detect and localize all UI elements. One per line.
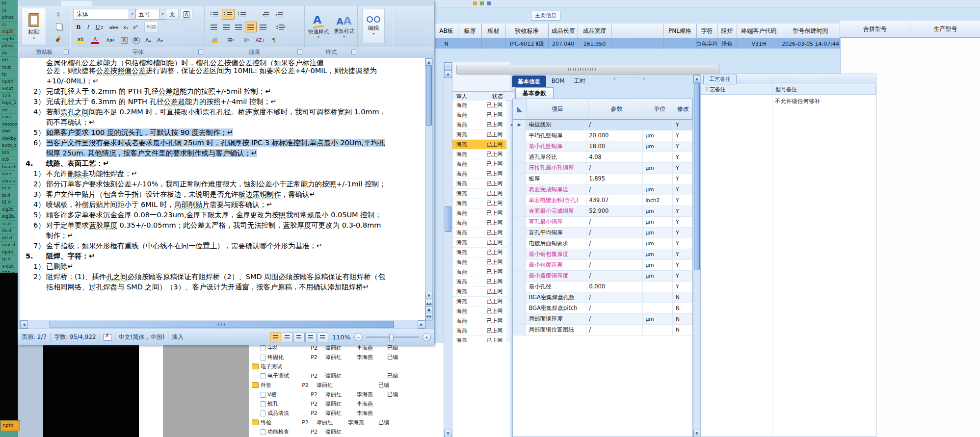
cam-layer-item[interactable]: rout [0,64,18,72]
review-row[interactable]: 海燕 已上网 [452,199,506,208]
underline-button[interactable]: U▾ [92,22,106,32]
italic-button[interactable]: I [83,22,92,32]
param-value[interactable]: 1.895 [586,174,643,184]
review-row[interactable]: 海燕 已上网 [452,140,506,150]
param-row[interactable]: 最小盖覆铜厚度 / μm Y [513,271,692,282]
row-selector[interactable] [513,314,526,324]
enclose-characters-button[interactable]: 字 [131,34,141,46]
row-selector[interactable] [513,141,526,152]
document-line[interactable]: 5.阻焊、字符：↵ [20,251,425,261]
model-info-column[interactable]: 终端客户代码 V31H [737,24,781,49]
process-tree-row[interactable]: 功能检查 P2 谭丽红 [249,427,444,437]
row-selector[interactable] [513,292,526,303]
notes-col-process[interactable]: 工艺备注 [701,84,772,95]
model-info-column[interactable]: AB板 N [435,24,458,49]
change-styles-button[interactable]: AA 更改样式 ▾ [332,8,356,45]
sort-button[interactable]: AZ↓ [254,34,267,46]
review-row[interactable]: 海燕 已上网 [452,218,506,228]
cell-value[interactable]: N [435,39,458,49]
dialog-launcher-icon[interactable] [64,50,69,54]
scroll-right-icon[interactable]: ▶ [418,320,425,329]
scroll-left-icon[interactable]: ◀ [20,320,28,329]
model-info-column[interactable]: 板厚 [458,24,482,49]
cam-layer-item[interactable]: d.b [0,156,18,164]
param-value[interactable]: / [586,120,643,130]
document-area[interactable]: 金属化槽孔公差超能力（包括槽和槽间距）时，槽孔公差按偏公差控制（如果客户标注偏 … [20,58,425,320]
param-value[interactable]: / [586,260,643,270]
cam-layer-item[interactable]: npdrl [0,78,18,86]
mid-scrollbar[interactable]: ⊡ ▲ ▼ [444,62,452,437]
format-painter-button[interactable] [48,33,69,44]
row-selector[interactable] [513,228,526,238]
cell-value[interactable]: IPC-6012 Ⅱ级 [505,39,549,49]
row-selector[interactable] [513,130,526,141]
zoom-level[interactable]: 110% [332,334,350,341]
row-selector[interactable] [513,184,526,195]
document-line[interactable]: 公差，则快捷将公差按照偏公差进行调整，保证公差区间为 10MIL: 如要求公差+… [20,66,425,76]
select-browse-icon[interactable]: ● [425,307,432,313]
row-selector[interactable] [513,325,526,335]
cam-layer-item[interactable]: dwkby [0,135,18,143]
highlight-color-button[interactable]: ab [74,34,87,46]
cam-layer-item[interactable]: sig2t. [0,206,18,214]
document-line[interactable]: 4）若邮票孔之间间距不足 0.2MM 时，可直接改小邮票孔孔径。桥连宽度不够时，… [20,107,425,117]
review-row[interactable]: 海燕 已上网 [452,130,506,140]
param-value[interactable]: / [586,292,643,303]
cell-value[interactable]: 白色字符 [697,39,717,49]
model-info-column[interactable]: 验收标准 IPC-6012 Ⅱ级 [505,24,549,49]
cam-layer-item[interactable]: ds [0,50,18,57]
review-row[interactable]: 海燕 已上网 [452,228,506,238]
spellcheck-icon[interactable]: ✗ [104,334,111,341]
cam-layer-item[interactable]: tp.d [0,256,18,263]
bold-button[interactable]: B [74,22,83,32]
scroll-thumb[interactable] [445,206,451,232]
review-row[interactable]: 海燕 已上网 [452,110,506,120]
param-value[interactable]: / [586,217,643,227]
shrink-font-button[interactable]: A▼ [154,34,166,46]
review-header-status[interactable]: 状态 [488,91,514,101]
row-selector[interactable] [513,271,526,281]
param-row[interactable]: 最小孔壁铜厚 18.00 μm Y [513,141,692,152]
process-tree-row[interactable]: 成品清洗 P2 谭丽红 李海燕 [249,409,444,418]
model-info-column[interactable]: 阻焊 绿色 [717,24,737,49]
process-tree-row[interactable]: 终固化 P2 谭丽红 李海燕 已编 [249,353,444,362]
param-row[interactable]: 局部面铜厚度 / μm N [513,314,692,325]
scroll-down-icon[interactable]: ▼ [693,430,700,437]
clear-formatting-button[interactable]: A⌫ [144,22,158,32]
notes-col-model[interactable]: 型号备注 [772,84,876,95]
numbered-list-button[interactable] [222,9,235,20]
param-row[interactable]: 最小孔径 0.000 Y [513,282,692,292]
cam-layer-item[interactable]: logo_1 [0,100,18,107]
tab-workhours[interactable]: 工时 [570,77,589,85]
process-tree-row[interactable]: 电子测试 P2 谭丽红 已编 [249,371,444,381]
distribute-button[interactable] [257,22,269,32]
param-row[interactable]: 表面最小完成铜厚 52.900 μm Y [513,206,692,217]
param-value[interactable]: 20.000 [586,130,643,141]
align-center-button[interactable] [220,22,232,32]
param-value[interactable]: / [586,184,643,195]
scroll-thumb[interactable] [694,83,700,270]
document-line[interactable]: 1）已删除↵ [20,261,425,272]
dialog-launcher-icon[interactable] [351,50,356,54]
param-value[interactable]: / [586,314,643,324]
tab-process-notes[interactable]: 工艺备注 [703,75,737,84]
line-spacing-button[interactable]: ↕▾ [273,22,288,32]
scroll-down-icon[interactable]: ▼ [444,430,452,437]
cam-layer-item[interactable]: to [0,0,18,7]
param-header-unit[interactable]: 单位 [645,99,674,120]
cell-value[interactable] [663,39,697,49]
corner-triangle-icon[interactable] [517,106,523,112]
multilevel-list-button[interactable] [236,9,248,20]
previous-page-icon[interactable]: ▲▲ [425,300,432,307]
review-row[interactable]: 海燕 已上网 [452,267,506,277]
cam-layer-item[interactable]: plnss [0,43,18,50]
cam-layer-item[interactable]: cs [0,22,18,29]
next-page-icon[interactable]: ▼▼ [425,313,432,320]
cell-value[interactable]: 绿色 [717,39,737,49]
row-selector[interactable] [513,163,526,173]
row-selector[interactable] [513,217,526,227]
cam-layer-item[interactable]: drl.d [0,235,18,242]
document-line[interactable]: 5）顾客许多定单要求沉金金厚 0.08一0.23um,金厚下限太厚，金厚更改为按… [20,210,425,220]
param-header-item[interactable]: 项目 [527,99,588,120]
row-selector[interactable] [513,174,526,184]
